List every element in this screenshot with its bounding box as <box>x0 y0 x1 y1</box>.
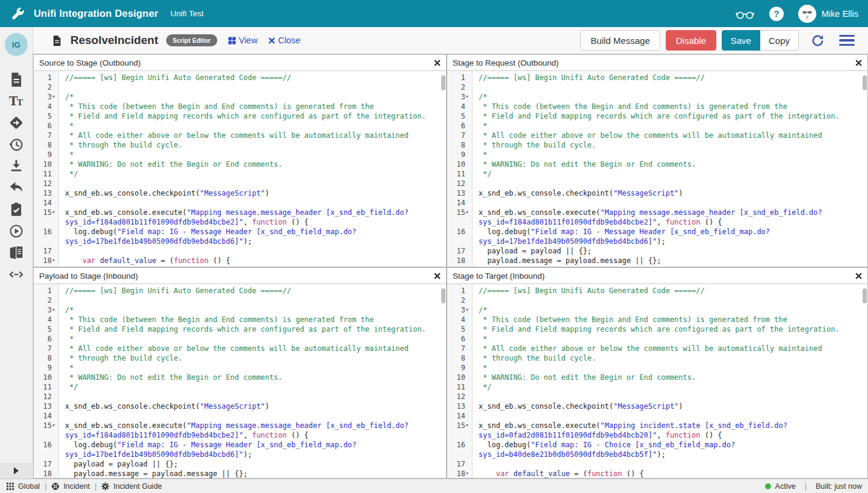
code-line: 16 log.debug("Field map: IG - Message He… <box>34 227 446 237</box>
code-text: sys_id=f184ad801b11f01090dfdb9ebd4bcbe2]… <box>59 217 309 227</box>
disable-button[interactable]: Disable <box>666 30 716 51</box>
code-line: 15▾x_snd_eb.ws_console.execute("Mapping … <box>34 421 446 430</box>
code-text: * All code either above or below the com… <box>473 131 822 140</box>
line-number: 12 <box>447 392 473 402</box>
code-text: */ <box>473 169 492 179</box>
code-text: sys_id=17be1fde1b49b05090dfdb9ebd4bcbd6]… <box>473 237 666 246</box>
save-button[interactable]: Save <box>722 30 760 51</box>
panel-header: Source to Stage (Outbound) <box>34 55 446 71</box>
line-number: 1 <box>34 73 59 82</box>
sidebar-item-history[interactable] <box>8 137 24 152</box>
line-number: 13 <box>34 188 59 198</box>
menu-icon[interactable] <box>839 35 855 46</box>
code-line: 10 * WARNING: Do not edit the Begin or E… <box>447 160 867 169</box>
scrollbar-thumb[interactable] <box>441 75 445 90</box>
code-editor[interactable]: 1//===== [ws] Begin Unifi Auto Generated… <box>447 71 867 267</box>
line-number: 12 <box>34 179 59 188</box>
sidebar-item-diamond-route[interactable] <box>8 115 24 131</box>
code-line: 5 * Field and Field mapping records whic… <box>34 324 446 334</box>
line-number: 1 <box>34 286 59 296</box>
code-text <box>59 179 65 188</box>
sidebar-item-file[interactable] <box>8 72 24 87</box>
fold-arrow-icon[interactable]: ▾ <box>466 93 468 101</box>
sidebar: IG TT <box>0 27 33 479</box>
code-line: 3▾/* <box>447 92 867 102</box>
code-text: * <box>473 363 487 373</box>
code-editor[interactable]: 1//===== [ws] Begin Unifi Auto Generated… <box>34 284 446 478</box>
panel-close-icon[interactable] <box>434 273 441 279</box>
code-icon <box>8 267 24 282</box>
line-number: 15 <box>34 208 59 217</box>
sidebar-item-book[interactable] <box>8 245 24 261</box>
sidebar-item-code[interactable] <box>8 267 24 282</box>
panel-close-icon[interactable] <box>855 273 862 279</box>
help-button[interactable]: ? <box>769 7 784 21</box>
line-number: 4 <box>34 102 59 111</box>
code-editor[interactable]: 1//===== [ws] Begin Unifi Auto Generated… <box>447 284 867 478</box>
code-text: log.debug("Field map: IG - Message Heade… <box>473 227 770 237</box>
code-line: 1//===== [ws] Begin Unifi Auto Generated… <box>447 73 867 82</box>
sidebar-integration-avatar[interactable]: IG <box>5 33 28 56</box>
line-number: 18 <box>447 469 473 478</box>
statusbar-item-incident-guide[interactable]: Incident Guide <box>101 482 162 491</box>
copy-button[interactable]: Copy <box>760 30 799 51</box>
active-status-dot <box>765 483 771 489</box>
fold-arrow-icon[interactable]: ▾ <box>466 306 468 314</box>
sidebar-expand-button[interactable] <box>0 463 33 479</box>
close-button[interactable]: Close <box>268 36 300 45</box>
fold-arrow-icon[interactable]: ▾ <box>52 421 55 430</box>
fold-arrow-icon[interactable]: ▾ <box>466 208 468 217</box>
sidebar-item-play[interactable] <box>8 223 24 239</box>
sidebar-item-task-check[interactable] <box>8 202 24 217</box>
sidebar-item-text-format[interactable]: TT <box>8 93 24 109</box>
code-text: * WARNING: Do not edit the Begin or End … <box>473 160 696 169</box>
scrollbar-thumb[interactable] <box>863 288 867 303</box>
code-text: * through the build cycle. <box>59 140 182 150</box>
code-text: var default_value = (function () { <box>59 256 231 265</box>
fold-arrow-icon[interactable]: ▾ <box>466 421 468 430</box>
code-line: 12 <box>447 392 867 402</box>
code-line: 8 * through the build cycle. <box>447 353 867 363</box>
statusbar-item-incident[interactable]: Incident <box>51 482 90 491</box>
panel-close-icon[interactable] <box>434 60 441 66</box>
scrollbar-thumb[interactable] <box>441 288 445 303</box>
close-icon <box>268 37 275 44</box>
code-text: * through the build cycle. <box>59 353 182 363</box>
fold-arrow-icon[interactable]: ▾ <box>52 208 55 217</box>
line-number: 1 <box>447 286 473 296</box>
statusbar-item-global[interactable]: Global <box>6 482 40 491</box>
refresh-icon[interactable] <box>811 34 825 48</box>
code-line: 8 * through the build cycle. <box>34 353 446 363</box>
code-line: 6 * <box>447 121 867 131</box>
statusbar-item-label: Global <box>18 482 40 491</box>
code-editor[interactable]: 1//===== [ws] Begin Unifi Auto Generated… <box>34 71 446 267</box>
line-number <box>447 450 473 459</box>
code-text: log.debug("Field map: IG - Message Heade… <box>59 440 356 450</box>
code-text: x_snd_eb.ws_console.checkpoint("MessageS… <box>59 188 270 198</box>
line-number: 6 <box>34 121 59 131</box>
fold-arrow-icon[interactable]: ▾ <box>52 256 55 265</box>
code-text: * Field and Field mapping records which … <box>473 324 840 334</box>
sidebar-item-download[interactable] <box>8 158 24 174</box>
document-icon <box>51 34 63 48</box>
user-menu[interactable]: Mike Ellis <box>798 5 858 23</box>
active-status-label: Active <box>775 482 796 491</box>
code-text <box>473 392 479 402</box>
build-message-button[interactable]: Build Message <box>580 30 660 51</box>
sidebar-item-undo[interactable] <box>8 180 24 196</box>
line-number <box>447 237 473 246</box>
code-text: */ <box>59 169 78 179</box>
fold-arrow-icon[interactable]: ▾ <box>52 306 55 314</box>
code-text <box>473 411 479 421</box>
fold-arrow-icon[interactable]: ▾ <box>52 93 55 101</box>
line-number: 15 <box>447 208 473 217</box>
view-button[interactable]: View <box>228 36 258 45</box>
undo-icon <box>8 180 24 196</box>
line-number: 17 <box>34 246 59 256</box>
glasses-icon[interactable] <box>735 7 755 20</box>
line-number: 13 <box>34 402 59 411</box>
code-text: sys_id=b40de8e21b0db05090dfdb9ebd4bcb5f]… <box>473 450 666 459</box>
fold-arrow-icon[interactable]: ▾ <box>466 470 468 478</box>
panel-close-icon[interactable] <box>855 60 862 66</box>
scrollbar-thumb[interactable] <box>863 75 867 90</box>
